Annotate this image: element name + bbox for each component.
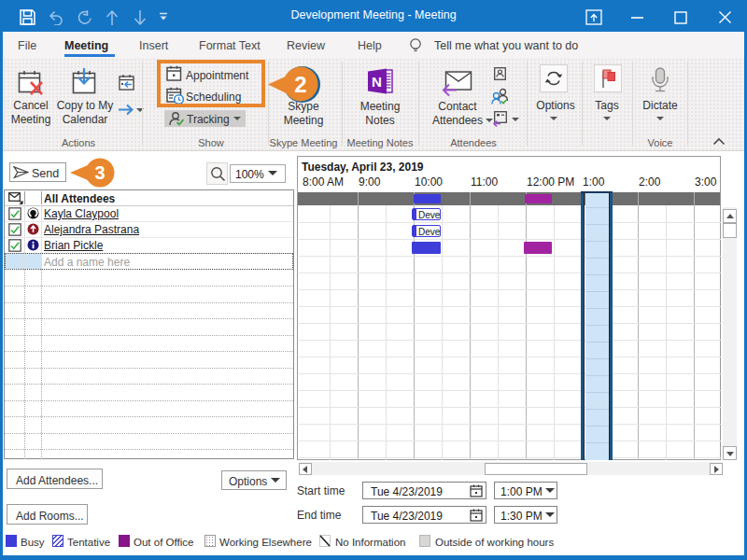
svg-text:3: 3	[94, 162, 105, 183]
